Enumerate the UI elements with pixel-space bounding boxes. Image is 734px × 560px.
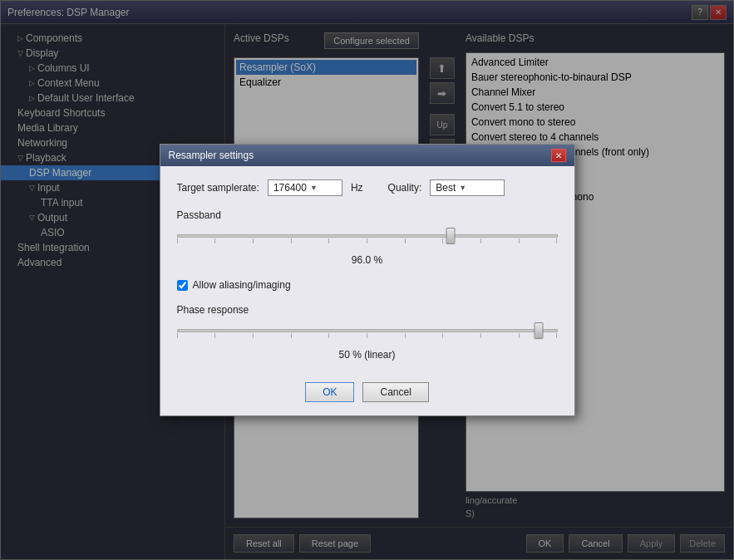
allow-aliasing-checkbox[interactable] (177, 280, 188, 291)
tick (291, 333, 292, 338)
passband-section: Passband (177, 209, 558, 266)
tick (291, 238, 292, 243)
tick (214, 333, 215, 338)
modal-ok-button[interactable]: OK (305, 382, 354, 402)
passband-value: 96.0 % (177, 254, 558, 266)
quality-label: Quality: (388, 182, 422, 194)
phase-response-label: Phase response (177, 304, 558, 316)
phase-slider-bg (177, 329, 558, 332)
modal-title-bar: Resampler settings ✕ (160, 145, 574, 166)
passband-label: Passband (177, 209, 558, 221)
quality-value: Best (436, 182, 456, 194)
phase-slider[interactable] (177, 319, 558, 342)
samplerate-label: Target samplerate: (177, 182, 259, 194)
tick (214, 238, 215, 243)
modal-cancel-button[interactable]: Cancel (362, 382, 428, 402)
main-window: Preferences: DSP Manager ? ✕ ▷ Component… (0, 0, 734, 560)
tick (328, 333, 329, 338)
tick (253, 238, 254, 243)
phase-thumb[interactable] (534, 322, 543, 339)
samplerate-row: Target samplerate: 176400 ▼ Hz Quality: … (177, 179, 558, 196)
tick (442, 333, 443, 338)
tick (519, 333, 520, 338)
tick (480, 333, 481, 338)
tick (405, 238, 406, 243)
tick (480, 238, 481, 243)
passband-thumb[interactable] (446, 228, 456, 244)
phase-response-section: Phase response (177, 304, 558, 361)
tick (177, 333, 178, 338)
tick (556, 333, 557, 338)
tick (556, 238, 557, 243)
hz-label: Hz (351, 182, 363, 194)
phase-value: 50 % (linear) (177, 349, 558, 361)
modal-footer: OK Cancel (160, 374, 574, 415)
passband-slider-bg (177, 234, 558, 238)
dropdown-arrow-quality: ▼ (459, 184, 466, 192)
samplerate-value: 176400 (273, 182, 307, 194)
modal-close-button[interactable]: ✕ (551, 149, 566, 162)
tick (367, 238, 367, 243)
tick (519, 238, 520, 243)
tick (253, 333, 254, 338)
tick (405, 333, 406, 338)
passband-slider[interactable] (177, 224, 558, 248)
allow-aliasing-row: Allow aliasing/imaging (177, 279, 558, 291)
dropdown-arrow: ▼ (310, 184, 318, 192)
resampler-settings-modal: Resampler settings ✕ Target samplerate: … (160, 144, 575, 416)
modal-body: Target samplerate: 176400 ▼ Hz Quality: … (160, 166, 574, 374)
tick (442, 238, 443, 243)
tick (367, 333, 367, 338)
quality-dropdown[interactable]: Best ▼ (430, 179, 505, 196)
samplerate-dropdown[interactable]: 176400 ▼ (268, 179, 342, 196)
modal-title: Resampler settings (169, 150, 254, 161)
tick (177, 238, 178, 243)
modal-overlay: Resampler settings ✕ Target samplerate: … (1, 1, 733, 559)
tick (328, 238, 329, 243)
allow-aliasing-label: Allow aliasing/imaging (193, 279, 291, 291)
